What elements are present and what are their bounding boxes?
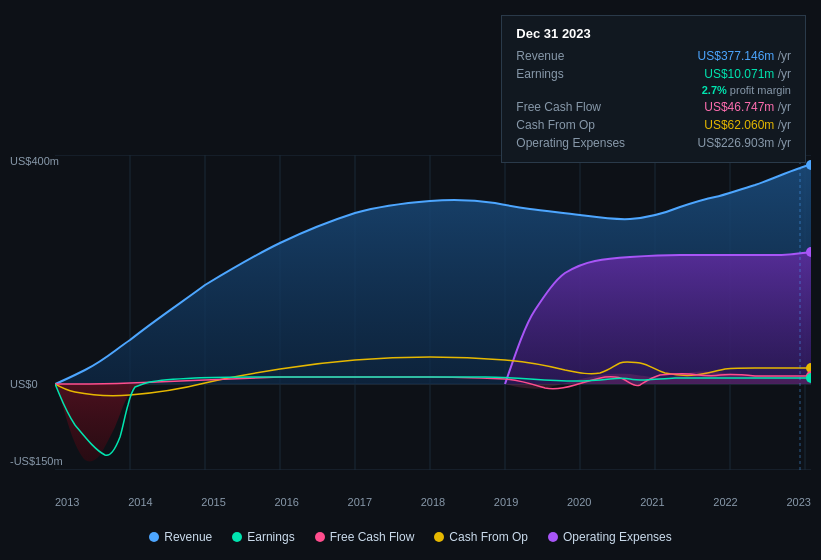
x-label-2014: 2014 <box>128 496 152 508</box>
tooltip-row-cfo: Cash From Op US$62.060m /yr <box>516 116 791 134</box>
legend-dot-revenue <box>149 532 159 542</box>
tooltip-label-opex: Operating Expenses <box>516 136 636 150</box>
legend-item-opex[interactable]: Operating Expenses <box>548 530 672 544</box>
x-label-2019: 2019 <box>494 496 518 508</box>
legend-dot-earnings <box>232 532 242 542</box>
legend-label-opex: Operating Expenses <box>563 530 672 544</box>
legend-label-revenue: Revenue <box>164 530 212 544</box>
tooltip-row-opex: Operating Expenses US$226.903m /yr <box>516 134 791 152</box>
tooltip-label-earnings: Earnings <box>516 67 636 81</box>
tooltip-date: Dec 31 2023 <box>516 26 791 41</box>
legend-item-earnings[interactable]: Earnings <box>232 530 294 544</box>
legend-label-earnings: Earnings <box>247 530 294 544</box>
x-label-2016: 2016 <box>274 496 298 508</box>
legend-dot-fcf <box>315 532 325 542</box>
legend-item-revenue[interactable]: Revenue <box>149 530 212 544</box>
legend-label-cfo: Cash From Op <box>449 530 528 544</box>
legend-dot-opex <box>548 532 558 542</box>
tooltip-value-earnings: US$10.071m /yr <box>704 67 791 81</box>
profit-margin: 2.7% profit margin <box>516 84 791 96</box>
chart-container: Dec 31 2023 Revenue US$377.146m /yr Earn… <box>0 0 821 560</box>
y-label-0: US$0 <box>10 378 38 390</box>
x-label-2022: 2022 <box>713 496 737 508</box>
x-label-2017: 2017 <box>348 496 372 508</box>
x-label-2021: 2021 <box>640 496 664 508</box>
tooltip-label-fcf: Free Cash Flow <box>516 100 636 114</box>
tooltip-value-opex: US$226.903m /yr <box>698 136 791 150</box>
tooltip-row-revenue: Revenue US$377.146m /yr <box>516 47 791 65</box>
earnings-line <box>55 377 811 455</box>
legend-item-cfo[interactable]: Cash From Op <box>434 530 528 544</box>
tooltip-value-cfo: US$62.060m /yr <box>704 118 791 132</box>
x-label-2013: 2013 <box>55 496 79 508</box>
y-label-400: US$400m <box>10 155 59 167</box>
tooltip-value-fcf: US$46.747m /yr <box>704 100 791 114</box>
x-label-2015: 2015 <box>201 496 225 508</box>
tooltip-row-earnings: Earnings US$10.071m /yr <box>516 65 791 83</box>
x-label-2018: 2018 <box>421 496 445 508</box>
tooltip-label-revenue: Revenue <box>516 49 636 63</box>
tooltip-box: Dec 31 2023 Revenue US$377.146m /yr Earn… <box>501 15 806 163</box>
legend-dot-cfo <box>434 532 444 542</box>
tooltip-label-cfo: Cash From Op <box>516 118 636 132</box>
x-label-2020: 2020 <box>567 496 591 508</box>
tooltip-row-fcf: Free Cash Flow US$46.747m /yr <box>516 98 791 116</box>
chart-svg <box>55 155 811 470</box>
tooltip-value-revenue: US$377.146m /yr <box>698 49 791 63</box>
legend-label-fcf: Free Cash Flow <box>330 530 415 544</box>
x-labels: 2013 2014 2015 2016 2017 2018 2019 2020 … <box>55 496 811 508</box>
legend: Revenue Earnings Free Cash Flow Cash Fro… <box>0 530 821 544</box>
legend-item-fcf[interactable]: Free Cash Flow <box>315 530 415 544</box>
x-label-2023: 2023 <box>786 496 810 508</box>
